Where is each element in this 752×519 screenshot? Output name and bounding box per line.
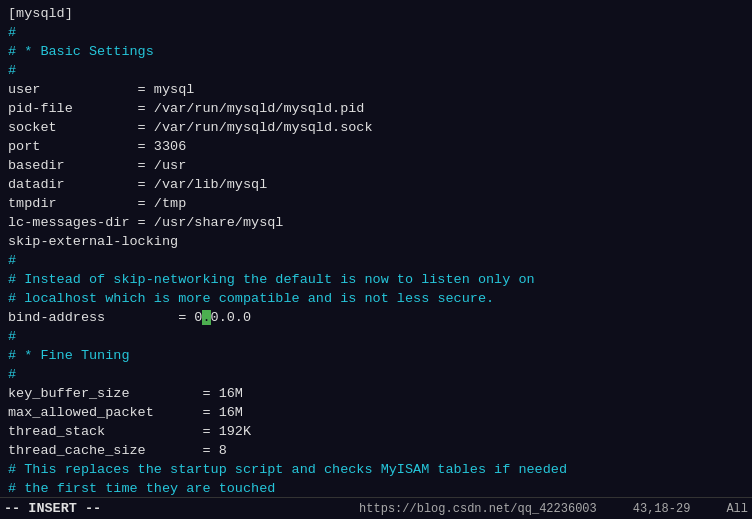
- line-13: skip-external-locking: [8, 232, 744, 251]
- line-7: socket = /var/run/mysqld/mysqld.sock: [8, 118, 744, 137]
- line-22: max_allowed_packet = 16M: [8, 403, 744, 422]
- url-display: https://blog.csdn.net/qq_42236003: [359, 502, 597, 516]
- line-25: # This replaces the startup script and c…: [8, 460, 744, 479]
- terminal-window: [mysqld] # # * Basic Settings # user = m…: [0, 0, 752, 519]
- vim-mode: -- INSERT --: [4, 501, 101, 516]
- line-11: tmpdir = /tmp: [8, 194, 744, 213]
- line-15: # Instead of skip-networking the default…: [8, 270, 744, 289]
- status-bar: -- INSERT -- https://blog.csdn.net/qq_42…: [0, 497, 752, 519]
- line-17: bind-address = 0.0.0.0: [8, 308, 744, 327]
- line-21: key_buffer_size = 16M: [8, 384, 744, 403]
- line-16: # localhost which is more compatible and…: [8, 289, 744, 308]
- line-20: #: [8, 365, 744, 384]
- cursor-position: 43,18-29: [633, 502, 691, 516]
- line-3: # * Basic Settings: [8, 42, 744, 61]
- cursor: .: [202, 310, 210, 325]
- line-26: # the first time they are touched: [8, 479, 744, 498]
- status-right: https://blog.csdn.net/qq_42236003 43,18-…: [359, 502, 748, 516]
- line-8: port = 3306: [8, 137, 744, 156]
- line-4: #: [8, 61, 744, 80]
- line-23: thread_stack = 192K: [8, 422, 744, 441]
- line-1: [mysqld]: [8, 4, 744, 23]
- scroll-position: All: [726, 502, 748, 516]
- line-18: #: [8, 327, 744, 346]
- line-2: #: [8, 23, 744, 42]
- line-14: #: [8, 251, 744, 270]
- line-6: pid-file = /var/run/mysqld/mysqld.pid: [8, 99, 744, 118]
- line-12: lc-messages-dir = /usr/share/mysql: [8, 213, 744, 232]
- line-9: basedir = /usr: [8, 156, 744, 175]
- line-19: # * Fine Tuning: [8, 346, 744, 365]
- line-10: datadir = /var/lib/mysql: [8, 175, 744, 194]
- line-5: user = mysql: [8, 80, 744, 99]
- line-24: thread_cache_size = 8: [8, 441, 744, 460]
